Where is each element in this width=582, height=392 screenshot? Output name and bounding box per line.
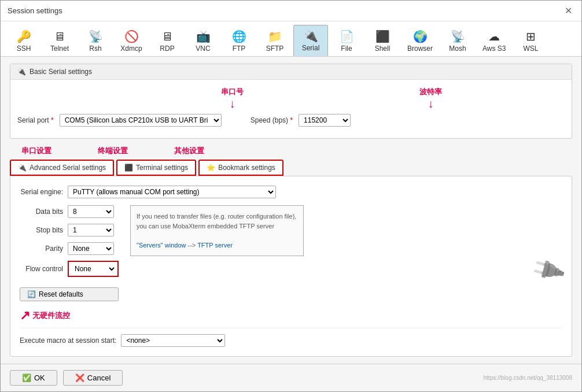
no-flow-label: 无硬件流控 <box>32 310 70 321</box>
tab-sftp[interactable]: 📁 SFTP <box>257 25 292 56</box>
anno-other: 其他设置 <box>174 146 204 156</box>
parity-row: Parity None <box>20 242 119 255</box>
file-icon: 📄 <box>340 29 354 43</box>
main-content: 🔌 Basic Serial settings 串口号 ↓ 波特率 ↓ <box>1 57 581 364</box>
tab-browser-label: Browser <box>407 45 433 53</box>
bookmark-settings-label: Bookmark settings <box>218 164 275 172</box>
tab-ssh[interactable]: 🔑 SSH <box>6 25 41 56</box>
annotation-port: 串口号 <box>221 87 244 97</box>
tab-file[interactable]: 📄 File <box>329 25 364 56</box>
advanced-serial-label: Advanced Serial settings <box>30 164 106 172</box>
flow-control-label: Flow control <box>20 265 63 273</box>
cancel-button[interactable]: ❌ Cancel <box>63 370 123 386</box>
engine-row: Serial engine: PuTTY (allows manual COM … <box>20 186 562 198</box>
sftp-icon: 📁 <box>268 29 282 43</box>
awss3-icon: ☁ <box>488 29 500 43</box>
info-box: If you need to transfer files (e.g. rout… <box>130 205 304 256</box>
stop-bits-select[interactable]: 1 <box>68 224 114 236</box>
macro-label: Execute macro at session start: <box>20 336 116 345</box>
tab-rdp[interactable]: 🖥 RDP <box>150 26 185 56</box>
tab-wsl[interactable]: ⊞ WSL <box>513 25 548 56</box>
basic-serial-title: Basic Serial settings <box>30 68 92 76</box>
engine-label: Serial engine: <box>20 188 63 196</box>
reset-defaults-button[interactable]: 🔄 Reset defaults <box>20 287 119 301</box>
sub-tab-bookmark[interactable]: ⭐ Bookmark settings <box>198 160 283 176</box>
ok-button[interactable]: ✅ OK <box>10 370 57 386</box>
tab-vnc-label: VNC <box>196 45 210 53</box>
tab-rdp-label: RDP <box>160 45 174 53</box>
sub-tab-terminal[interactable]: ⬛ Terminal settings <box>116 160 196 176</box>
ftp-icon: 🌐 <box>232 29 246 43</box>
anno-terminal: 终端设置 <box>98 146 128 156</box>
tab-shell[interactable]: ⬛ Shell <box>365 25 400 56</box>
tab-ftp-label: FTP <box>233 45 246 53</box>
tab-serial-label: Serial <box>302 44 320 52</box>
tab-mosh-label: Mosh <box>449 45 466 53</box>
stop-bits-row: Stop bits 1 <box>20 224 119 236</box>
data-bits-label: Data bits <box>20 208 63 216</box>
data-bits-select[interactable]: 8 <box>68 205 114 218</box>
settings-left: Data bits 8 Stop bits 1 Parity <box>20 205 119 323</box>
macro-select[interactable]: <none> <box>121 334 225 347</box>
no-flow-arrow-icon: ↗ <box>20 308 30 323</box>
advanced-serial-icon: 🔌 <box>18 164 27 172</box>
info-servers-link[interactable]: "Servers" window <box>137 242 186 249</box>
tab-awss3[interactable]: ☁ Aws S3 <box>476 25 512 56</box>
tab-rsh-label: Rsh <box>89 45 101 53</box>
macro-row: Execute macro at session start: <none> <box>20 328 562 347</box>
close-button[interactable]: ✕ <box>562 5 574 16</box>
rdp-icon: 🖥 <box>161 30 173 43</box>
tab-ftp[interactable]: 🌐 FTP <box>222 25 256 56</box>
session-settings-window: Session settings ✕ 🔑 SSH 🖥 Telnet 📡 Rsh … <box>0 0 582 392</box>
tab-shell-label: Shell <box>375 45 391 53</box>
tab-xdmcp[interactable]: 🚫 Xdmcp <box>114 25 149 56</box>
stop-bits-label: Stop bits <box>20 226 63 234</box>
info-tftp-link[interactable]: TFTP server <box>197 242 233 249</box>
plugin-icon: 🔌 <box>529 251 568 289</box>
tab-serial[interactable]: 🔌 Serial <box>293 25 328 56</box>
terminal-settings-label: Terminal settings <box>136 164 188 172</box>
ok-label: OK <box>34 373 45 382</box>
sub-tabs-annotations: 串口设置 终端设置 其他设置 <box>10 146 572 156</box>
mosh-icon: 📡 <box>451 29 465 43</box>
settings-grid: Data bits 8 Stop bits 1 Parity <box>20 205 562 323</box>
basic-serial-header: 🔌 Basic Serial settings <box>10 64 572 80</box>
speed-select[interactable]: 115200 <box>299 114 351 127</box>
tab-ssh-label: SSH <box>17 45 31 53</box>
speed-label: Speed (bps) * <box>251 116 293 124</box>
tab-xdmcp-label: Xdmcp <box>120 45 142 53</box>
tab-sftp-label: SFTP <box>266 45 284 53</box>
flow-control-select[interactable]: None <box>70 263 116 275</box>
advanced-settings-area: Serial engine: PuTTY (allows manual COM … <box>10 176 572 357</box>
tab-rsh[interactable]: 📡 Rsh <box>78 25 113 56</box>
no-flow-annotation: ↗ 无硬件流控 <box>20 308 119 323</box>
ssh-icon: 🔑 <box>17 29 31 43</box>
telnet-icon: 🖥 <box>54 30 65 43</box>
wsl-icon: ⊞ <box>526 29 536 43</box>
shell-icon: ⬛ <box>375 29 390 43</box>
tab-mosh[interactable]: 📡 Mosh <box>440 25 475 56</box>
info-arrow: --> <box>188 242 196 249</box>
window-title: Session settings <box>8 6 62 15</box>
flow-control-row: Flow control None <box>20 261 119 277</box>
tab-file-label: File <box>341 45 352 53</box>
parity-select[interactable]: None <box>68 242 114 255</box>
serial-port-required: * <box>51 116 54 124</box>
serial-icon: 🔌 <box>304 29 318 43</box>
annotation-baud: 波特率 <box>419 87 442 97</box>
tab-browser[interactable]: 🌍 Browser <box>401 25 439 56</box>
tab-vnc[interactable]: 📺 VNC <box>186 25 220 56</box>
basic-serial-icon: 🔌 <box>17 68 26 76</box>
arrow-baud-icon: ↓ <box>428 97 434 110</box>
vnc-icon: 📺 <box>196 29 211 43</box>
cancel-icon: ❌ <box>75 373 84 382</box>
engine-select[interactable]: PuTTY (allows manual COM port setting) <box>68 186 276 198</box>
parity-label: Parity <box>20 245 63 253</box>
serial-port-label: Serial port * <box>17 116 54 124</box>
serial-port-select[interactable]: COM5 (Silicon Labs CP210x USB to UART Br… <box>60 114 222 127</box>
sub-tab-advanced[interactable]: 🔌 Advanced Serial settings <box>10 160 114 176</box>
bottom-bar: ✅ OK ❌ Cancel https://blog.csdn.net/qq_3… <box>1 364 581 391</box>
bottom-buttons: ✅ OK ❌ Cancel <box>10 370 123 386</box>
sub-tabs: 🔌 Advanced Serial settings ⬛ Terminal se… <box>10 160 572 176</box>
tab-telnet[interactable]: 🖥 Telnet <box>42 26 77 56</box>
